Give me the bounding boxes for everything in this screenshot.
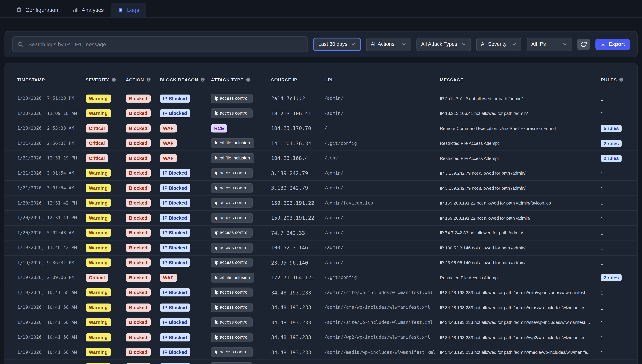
attack-types-value: All Attack Types	[421, 41, 457, 47]
action-badge: Blocked	[126, 274, 151, 282]
tab-analytics[interactable]: Analytics	[65, 3, 111, 17]
table-row[interactable]: 1/19/2026, 2:09:06 PM Critical Blocked W…	[5, 270, 637, 285]
table-row[interactable]: 1/21/2026, 2:56:37 PM Critical Blocked W…	[5, 136, 637, 150]
attack-type-badge: ip access control	[211, 348, 253, 357]
attack-type-badge: ip access control	[211, 303, 253, 312]
action-badge: Blocked	[126, 184, 151, 192]
uri-cell: /.git/config	[324, 141, 440, 146]
timestamp-cell: 1/23/2026, 7:51:23 PM	[17, 96, 86, 101]
table-row[interactable]: 1/20/2026, 5:02:43 AM Warning Blocked IP…	[5, 225, 637, 240]
block-reason-badge: IP Blocked	[160, 244, 190, 252]
bar-chart-icon	[72, 7, 78, 13]
attack-type-badge: ip access control	[211, 183, 253, 193]
message-cell: IP 159.203.191.22 not allowed for path /…	[440, 216, 601, 220]
table-header-row: TIMESTAMP SEVERITY ACTION BLOCK REASON A…	[5, 63, 637, 91]
table-row[interactable]: 1/21/2026, 12:31:19 PM Critical Blocked …	[5, 150, 637, 166]
table-row[interactable]: 1/20/2026, 12:31:42 PM Warning Blocked I…	[5, 195, 637, 210]
rules-cell: 1	[601, 306, 603, 310]
table-row[interactable]: 1/19/2026, 11:46:42 PM Warning Blocked I…	[5, 240, 637, 255]
date-range-select[interactable]: Last 30 days	[313, 37, 361, 51]
table-row[interactable]: 1/19/2026, 10:41:58 AM Warning Blocked I…	[5, 360, 637, 364]
info-icon[interactable]	[246, 77, 251, 82]
tab-bar: Configuration Analytics Logs	[0, 0, 642, 18]
attack-types-select[interactable]: All Attack Types	[416, 37, 471, 51]
rules-cell: 1	[601, 186, 603, 191]
table-row[interactable]: 1/20/2026, 12:31:41 PM Warning Blocked I…	[5, 210, 637, 225]
message-cell: IP 34.48.193.233 not allowed for path /a…	[440, 335, 601, 340]
rules-cell: 2 rules	[601, 274, 622, 282]
refresh-icon	[581, 41, 587, 47]
severity-badge: Warning	[86, 229, 111, 237]
actions-select[interactable]: All Actions	[366, 37, 411, 51]
attack-type-badge: ip access control	[211, 108, 253, 118]
action-badge: Blocked	[126, 94, 151, 102]
timestamp-cell: 1/19/2026, 10:41:58 AM	[17, 320, 86, 325]
attack-type-badge: ip access control	[211, 94, 253, 104]
action-badge: Blocked	[126, 288, 151, 297]
table-row[interactable]: 1/23/2026, 11:09:18 AM Warning Blocked I…	[5, 106, 637, 121]
info-icon[interactable]	[111, 77, 116, 82]
uri-cell: /admin/	[324, 186, 440, 191]
rules-cell: 2 rules	[601, 140, 622, 147]
attack-type-badge: ip access control	[211, 258, 253, 268]
table-row[interactable]: 1/23/2026, 2:53:33 AM Critical Blocked W…	[5, 121, 637, 136]
timestamp-cell: 1/19/2026, 10:41:58 AM	[17, 290, 86, 295]
table-row[interactable]: 1/19/2026, 10:41:58 AM Warning Blocked I…	[5, 300, 637, 315]
timestamp-cell: 1/20/2026, 5:02:43 AM	[17, 230, 86, 236]
table-row[interactable]: 1/21/2026, 3:01:54 AM Warning Blocked IP…	[5, 166, 637, 180]
source-ip-cell: 34.48.193.233	[271, 334, 324, 340]
column-header-rules: RULES	[601, 77, 625, 82]
message-cell: IP 34.48.193.233 not allowed for path /a…	[440, 350, 601, 355]
source-ip-cell: 34.48.193.233	[271, 304, 324, 310]
action-badge: Blocked	[126, 214, 151, 222]
uri-cell: /	[324, 126, 440, 131]
info-icon[interactable]	[619, 77, 624, 82]
action-badge: Blocked	[126, 154, 151, 162]
severity-badge: Warning	[86, 333, 111, 342]
table-row[interactable]: 1/19/2026, 9:36:31 PM Warning Blocked IP…	[5, 255, 637, 270]
table-row[interactable]: 1/19/2026, 10:41:58 AM Warning Blocked I…	[5, 330, 637, 344]
timestamp-cell: 1/21/2026, 2:56:37 PM	[17, 141, 86, 146]
refresh-button[interactable]	[578, 39, 590, 50]
severity-badge: Warning	[86, 214, 111, 222]
attack-type-badge: RCE	[211, 124, 227, 132]
block-reason-badge: WAF	[160, 154, 177, 162]
info-icon[interactable]	[146, 77, 151, 82]
info-icon[interactable]	[200, 77, 205, 82]
block-reason-badge: IP Blocked	[160, 288, 190, 297]
table-row[interactable]: 1/19/2026, 10:41:58 AM Warning Blocked I…	[5, 285, 637, 300]
severity-badge: Warning	[86, 318, 111, 326]
tab-logs[interactable]: Logs	[111, 3, 146, 17]
severity-select[interactable]: All Severity	[476, 37, 522, 51]
source-ip-cell: 159.203.191.22	[271, 200, 324, 206]
uri-cell: /admin/	[324, 170, 440, 176]
severity-badge: Warning	[86, 244, 111, 252]
table-row[interactable]: 1/23/2026, 7:51:23 PM Warning Blocked IP…	[5, 91, 637, 106]
export-button[interactable]: Export	[595, 39, 630, 50]
search-icon	[18, 41, 24, 47]
severity-badge: Warning	[86, 109, 111, 118]
table-row[interactable]: 1/19/2026, 10:41:58 AM Warning Blocked I…	[5, 315, 637, 330]
rules-cell: 1	[601, 231, 603, 236]
ips-select[interactable]: All IPs	[527, 37, 572, 51]
tab-configuration[interactable]: Configuration	[9, 3, 65, 17]
block-reason-badge: WAF	[160, 139, 177, 147]
uri-cell: /admin//cms/wp-includes/wlwmanifest.xml	[324, 305, 440, 310]
date-range-value: Last 30 days	[318, 41, 347, 47]
rules-cell: 2 rules	[601, 154, 622, 162]
table-row[interactable]: 1/19/2026, 10:41:58 AM Warning Blocked I…	[5, 344, 637, 360]
message-cell: Restricted File Access Attempt	[440, 141, 601, 146]
timestamp-cell: 1/23/2026, 11:09:18 AM	[17, 111, 86, 116]
source-ip-cell: 18.213.106.41	[271, 110, 324, 116]
message-cell: IP 34.48.193.233 not allowed for path /a…	[440, 320, 601, 325]
table-row[interactable]: 1/21/2026, 3:01:54 AM Warning Blocked IP…	[5, 180, 637, 195]
timestamp-cell: 1/19/2026, 11:46:42 PM	[17, 245, 86, 250]
source-ip-cell: 100.52.3.146	[271, 245, 324, 251]
actions-value: All Actions	[371, 41, 394, 47]
action-badge: Blocked	[126, 109, 151, 118]
source-ip-cell: 104.23.170.70	[271, 125, 324, 131]
source-ip-cell: 74.7.242.33	[271, 230, 324, 236]
attack-type-badge: ip access control	[211, 318, 253, 327]
search-input[interactable]	[28, 41, 303, 48]
action-badge: Blocked	[126, 124, 151, 132]
